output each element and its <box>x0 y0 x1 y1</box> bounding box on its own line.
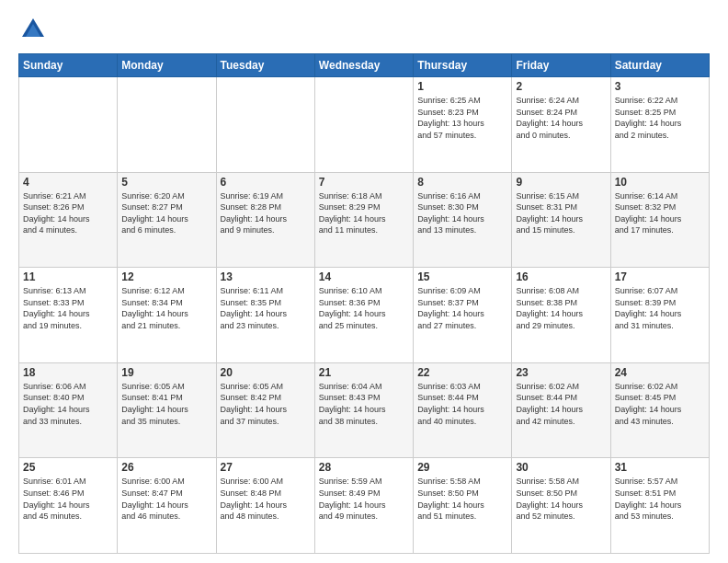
day-number: 20 <box>221 366 311 379</box>
day-number: 26 <box>121 461 211 474</box>
calendar-cell: 23Sunrise: 6:02 AM Sunset: 8:44 PM Dayli… <box>512 362 610 458</box>
day-info: Sunrise: 6:00 AM Sunset: 8:48 PM Dayligh… <box>221 476 311 522</box>
calendar-cell: 29Sunrise: 5:58 AM Sunset: 8:50 PM Dayli… <box>414 458 512 554</box>
day-number: 16 <box>516 270 606 283</box>
day-header-monday: Monday <box>118 54 216 77</box>
day-info: Sunrise: 6:05 AM Sunset: 8:41 PM Dayligh… <box>121 381 211 427</box>
day-header-sunday: Sunday <box>19 54 118 77</box>
day-info: Sunrise: 6:18 AM Sunset: 8:29 PM Dayligh… <box>319 190 409 236</box>
day-number: 9 <box>516 176 606 189</box>
calendar-cell: 21Sunrise: 6:04 AM Sunset: 8:43 PM Dayli… <box>314 362 413 458</box>
calendar-cell: 22Sunrise: 6:03 AM Sunset: 8:44 PM Dayli… <box>414 362 512 458</box>
day-number: 31 <box>615 461 705 474</box>
calendar-week-3: 11Sunrise: 6:13 AM Sunset: 8:33 PM Dayli… <box>19 268 710 363</box>
calendar-cell: 26Sunrise: 6:00 AM Sunset: 8:47 PM Dayli… <box>118 458 216 554</box>
day-info: Sunrise: 6:10 AM Sunset: 8:36 PM Dayligh… <box>319 285 409 331</box>
calendar-cell: 4Sunrise: 6:21 AM Sunset: 8:26 PM Daylig… <box>19 172 118 268</box>
calendar-week-4: 18Sunrise: 6:06 AM Sunset: 8:40 PM Dayli… <box>19 362 710 458</box>
day-info: Sunrise: 6:25 AM Sunset: 8:23 PM Dayligh… <box>417 95 507 141</box>
calendar-cell: 18Sunrise: 6:06 AM Sunset: 8:40 PM Dayli… <box>19 362 118 458</box>
day-info: Sunrise: 5:58 AM Sunset: 8:50 PM Dayligh… <box>417 476 507 522</box>
day-info: Sunrise: 6:05 AM Sunset: 8:42 PM Dayligh… <box>221 381 311 427</box>
calendar-cell <box>118 77 216 173</box>
day-number: 30 <box>516 461 606 474</box>
calendar-cell: 6Sunrise: 6:19 AM Sunset: 8:28 PM Daylig… <box>216 172 314 268</box>
day-number: 3 <box>615 80 705 93</box>
calendar-cell <box>216 77 314 173</box>
page: SundayMondayTuesdayWednesdayThursdayFrid… <box>0 0 728 563</box>
calendar-cell: 28Sunrise: 5:59 AM Sunset: 8:49 PM Dayli… <box>314 458 413 554</box>
day-header-friday: Friday <box>512 54 610 77</box>
calendar-cell: 10Sunrise: 6:14 AM Sunset: 8:32 PM Dayli… <box>610 172 709 268</box>
day-number: 7 <box>319 176 409 189</box>
day-info: Sunrise: 6:16 AM Sunset: 8:30 PM Dayligh… <box>417 190 507 236</box>
day-info: Sunrise: 6:21 AM Sunset: 8:26 PM Dayligh… <box>23 190 113 236</box>
day-info: Sunrise: 6:02 AM Sunset: 8:44 PM Dayligh… <box>516 381 606 427</box>
day-number: 12 <box>121 270 211 283</box>
day-header-wednesday: Wednesday <box>314 54 413 77</box>
day-number: 11 <box>23 270 113 283</box>
day-number: 17 <box>615 270 705 283</box>
day-header-saturday: Saturday <box>610 54 709 77</box>
day-info: Sunrise: 6:08 AM Sunset: 8:38 PM Dayligh… <box>516 285 606 331</box>
day-number: 18 <box>23 366 113 379</box>
day-info: Sunrise: 5:57 AM Sunset: 8:51 PM Dayligh… <box>615 476 705 522</box>
calendar-cell: 8Sunrise: 6:16 AM Sunset: 8:30 PM Daylig… <box>414 172 512 268</box>
day-info: Sunrise: 5:58 AM Sunset: 8:50 PM Dayligh… <box>516 476 606 522</box>
day-number: 4 <box>23 176 113 189</box>
day-number: 29 <box>417 461 507 474</box>
calendar-header-row: SundayMondayTuesdayWednesdayThursdayFrid… <box>19 54 710 77</box>
calendar-cell: 14Sunrise: 6:10 AM Sunset: 8:36 PM Dayli… <box>314 268 413 363</box>
day-header-thursday: Thursday <box>414 54 512 77</box>
day-info: Sunrise: 6:01 AM Sunset: 8:46 PM Dayligh… <box>23 476 113 522</box>
calendar-cell: 13Sunrise: 6:11 AM Sunset: 8:35 PM Dayli… <box>216 268 314 363</box>
calendar-cell <box>19 77 118 173</box>
calendar-cell: 19Sunrise: 6:05 AM Sunset: 8:41 PM Dayli… <box>118 362 216 458</box>
day-info: Sunrise: 6:19 AM Sunset: 8:28 PM Dayligh… <box>221 190 311 236</box>
day-number: 27 <box>221 461 311 474</box>
calendar-cell: 30Sunrise: 5:58 AM Sunset: 8:50 PM Dayli… <box>512 458 610 554</box>
day-number: 21 <box>319 366 409 379</box>
day-info: Sunrise: 5:59 AM Sunset: 8:49 PM Dayligh… <box>319 476 409 522</box>
day-number: 25 <box>23 461 113 474</box>
calendar-cell: 25Sunrise: 6:01 AM Sunset: 8:46 PM Dayli… <box>19 458 118 554</box>
calendar-cell: 11Sunrise: 6:13 AM Sunset: 8:33 PM Dayli… <box>19 268 118 363</box>
day-number: 14 <box>319 270 409 283</box>
day-number: 23 <box>516 366 606 379</box>
day-info: Sunrise: 6:07 AM Sunset: 8:39 PM Dayligh… <box>615 285 705 331</box>
day-number: 15 <box>417 270 507 283</box>
day-number: 6 <box>221 176 311 189</box>
day-number: 19 <box>121 366 211 379</box>
day-number: 10 <box>615 176 705 189</box>
day-number: 13 <box>221 270 311 283</box>
day-info: Sunrise: 6:04 AM Sunset: 8:43 PM Dayligh… <box>319 381 409 427</box>
day-info: Sunrise: 6:15 AM Sunset: 8:31 PM Dayligh… <box>516 190 606 236</box>
calendar-cell: 16Sunrise: 6:08 AM Sunset: 8:38 PM Dayli… <box>512 268 610 363</box>
calendar-week-5: 25Sunrise: 6:01 AM Sunset: 8:46 PM Dayli… <box>19 458 710 554</box>
calendar-cell: 24Sunrise: 6:02 AM Sunset: 8:45 PM Dayli… <box>610 362 709 458</box>
day-number: 1 <box>417 80 507 93</box>
day-header-tuesday: Tuesday <box>216 54 314 77</box>
calendar-week-1: 1Sunrise: 6:25 AM Sunset: 8:23 PM Daylig… <box>19 77 710 173</box>
day-number: 24 <box>615 366 705 379</box>
day-info: Sunrise: 6:02 AM Sunset: 8:45 PM Dayligh… <box>615 381 705 427</box>
calendar-cell: 12Sunrise: 6:12 AM Sunset: 8:34 PM Dayli… <box>118 268 216 363</box>
calendar-cell: 20Sunrise: 6:05 AM Sunset: 8:42 PM Dayli… <box>216 362 314 458</box>
day-info: Sunrise: 6:14 AM Sunset: 8:32 PM Dayligh… <box>615 190 705 236</box>
day-info: Sunrise: 6:22 AM Sunset: 8:25 PM Dayligh… <box>615 95 705 141</box>
day-info: Sunrise: 6:24 AM Sunset: 8:24 PM Dayligh… <box>516 95 606 141</box>
day-number: 8 <box>417 176 507 189</box>
day-info: Sunrise: 6:03 AM Sunset: 8:44 PM Dayligh… <box>417 381 507 427</box>
calendar-cell: 7Sunrise: 6:18 AM Sunset: 8:29 PM Daylig… <box>314 172 413 268</box>
day-info: Sunrise: 6:12 AM Sunset: 8:34 PM Dayligh… <box>121 285 211 331</box>
calendar-cell: 1Sunrise: 6:25 AM Sunset: 8:23 PM Daylig… <box>414 77 512 173</box>
day-info: Sunrise: 6:09 AM Sunset: 8:37 PM Dayligh… <box>417 285 507 331</box>
logo <box>18 15 53 44</box>
day-number: 5 <box>121 176 211 189</box>
day-number: 22 <box>417 366 507 379</box>
calendar-cell <box>314 77 413 173</box>
day-info: Sunrise: 6:13 AM Sunset: 8:33 PM Dayligh… <box>23 285 113 331</box>
day-number: 2 <box>516 80 606 93</box>
day-info: Sunrise: 6:20 AM Sunset: 8:27 PM Dayligh… <box>121 190 211 236</box>
calendar-cell: 27Sunrise: 6:00 AM Sunset: 8:48 PM Dayli… <box>216 458 314 554</box>
